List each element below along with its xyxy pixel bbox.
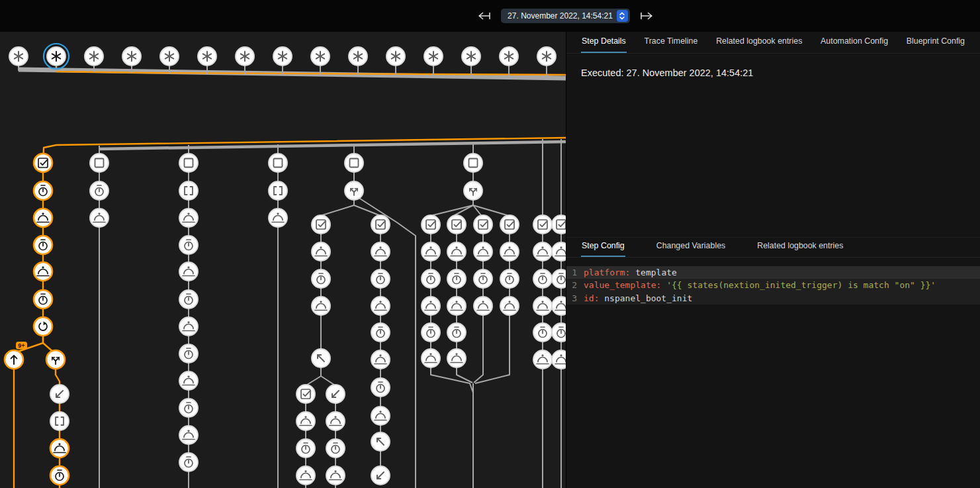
trace-graph[interactable]: 9+ — [0, 32, 566, 488]
trace-node-arrow-sw[interactable] — [50, 385, 69, 403]
trace-node-check[interactable] — [371, 215, 390, 234]
trace-node-asterisk[interactable] — [44, 44, 69, 69]
trace-node-asterisk[interactable] — [273, 47, 292, 66]
tab-related-logbook-entries[interactable]: Related logbook entries — [715, 36, 803, 53]
trace-node-bell[interactable] — [90, 209, 109, 227]
trace-node-timer[interactable] — [474, 269, 492, 288]
trace-node-check[interactable] — [422, 215, 440, 234]
trace-node-timer[interactable] — [90, 181, 109, 200]
trace-node-bell[interactable] — [533, 242, 552, 261]
trace-node-bell[interactable] — [296, 412, 315, 430]
trace-node-asterisk[interactable] — [424, 47, 443, 66]
trace-node-check[interactable] — [533, 215, 552, 234]
trace-node-timer[interactable] — [179, 344, 198, 363]
trace-node-arrow-sw[interactable] — [326, 385, 345, 403]
trace-node-timer[interactable] — [179, 399, 198, 417]
trace-node-timer[interactable] — [422, 323, 440, 342]
trace-node-bell[interactable] — [179, 371, 198, 390]
trace-node-asterisk[interactable] — [9, 47, 28, 66]
trace-node-bell[interactable] — [296, 466, 315, 485]
trace-node-bell[interactable] — [474, 297, 492, 315]
trace-node-asterisk[interactable] — [160, 47, 179, 66]
next-run-icon[interactable] — [639, 11, 655, 21]
trace-node-bell[interactable] — [326, 466, 345, 485]
trace-node-timer[interactable] — [34, 236, 52, 254]
trace-node-timer[interactable] — [326, 439, 345, 458]
trace-node-bell[interactable] — [422, 349, 440, 367]
trace-node-brackets[interactable] — [50, 412, 69, 430]
trace-node-timer[interactable] — [533, 269, 552, 288]
trace-node-timer[interactable] — [552, 323, 566, 342]
tab-step-config[interactable]: Step Config — [581, 241, 625, 257]
trace-node-split[interactable] — [345, 181, 363, 200]
trace-node-bell[interactable] — [312, 297, 330, 315]
trace-node-timer[interactable] — [447, 269, 466, 288]
trace-node-bell[interactable] — [179, 262, 198, 281]
trace-node-timer[interactable] — [179, 236, 198, 254]
trace-node-bell[interactable] — [447, 242, 466, 261]
trace-node-bell[interactable] — [312, 242, 330, 261]
trace-node-bell[interactable] — [422, 297, 440, 315]
trace-node-bell[interactable] — [326, 412, 345, 430]
trace-node-brackets[interactable] — [179, 181, 198, 200]
previous-run-icon[interactable] — [476, 11, 492, 21]
trace-node-check[interactable] — [296, 385, 315, 403]
trace-node-asterisk[interactable] — [537, 47, 556, 66]
trace-node-arrow-nw[interactable] — [371, 432, 390, 451]
trace-node-timer[interactable] — [447, 323, 466, 342]
trace-node-repeat[interactable] — [34, 317, 52, 336]
trace-node-timer[interactable] — [500, 269, 519, 288]
trace-node-bell[interactable] — [422, 242, 440, 261]
trace-node-bell[interactable] — [371, 350, 390, 369]
trace-node-bell[interactable] — [269, 209, 287, 227]
trace-node-bell[interactable] — [50, 439, 69, 458]
trace-node-check[interactable] — [447, 215, 466, 234]
trace-node-arrow-up[interactable]: 9+ — [5, 342, 27, 369]
trace-node-asterisk[interactable] — [462, 47, 480, 66]
trace-node-check[interactable] — [552, 215, 566, 234]
trace-node-timer[interactable] — [371, 269, 390, 288]
trace-node-bell[interactable] — [447, 349, 466, 367]
trace-node-square[interactable] — [90, 154, 109, 172]
trace-node-square[interactable] — [464, 154, 482, 172]
trace-node-timer[interactable] — [50, 466, 69, 485]
trace-node-timer[interactable] — [533, 323, 552, 342]
trace-node-asterisk[interactable] — [236, 47, 254, 66]
tab-changed-variables[interactable]: Changed Variables — [656, 241, 726, 257]
run-date-select[interactable]: 27. November 2022, 14:54:21 — [501, 9, 630, 23]
tab-blueprint-config[interactable]: Blueprint Config — [906, 36, 965, 53]
trace-node-bell[interactable] — [371, 297, 390, 315]
trace-node-check[interactable] — [500, 215, 519, 234]
trace-node-arrow-nw[interactable] — [312, 349, 330, 367]
trace-node-bell[interactable] — [533, 297, 552, 315]
trace-node-asterisk[interactable] — [122, 47, 141, 66]
trace-node-bell[interactable] — [500, 297, 519, 315]
trace-node-asterisk[interactable] — [386, 47, 405, 66]
trace-node-bell[interactable] — [371, 242, 390, 261]
trace-node-asterisk[interactable] — [311, 47, 330, 66]
trace-node-timer[interactable] — [34, 181, 52, 200]
trace-node-timer[interactable] — [312, 269, 330, 288]
tab-trace-timeline[interactable]: Trace Timeline — [644, 36, 699, 53]
trace-node-timer[interactable] — [422, 269, 440, 288]
trace-node-arrow-sw[interactable] — [371, 466, 390, 485]
trace-node-bell[interactable] — [552, 350, 566, 369]
trace-node-bell[interactable] — [533, 350, 552, 369]
trace-node-asterisk[interactable] — [85, 47, 103, 66]
trace-node-timer[interactable] — [552, 269, 566, 288]
trace-node-bell[interactable] — [474, 242, 492, 261]
trace-node-split[interactable] — [464, 181, 482, 200]
trace-node-timer[interactable] — [34, 290, 52, 309]
trace-node-bell[interactable] — [34, 262, 52, 281]
tab-step-details[interactable]: Step Details — [581, 36, 627, 53]
tab-automation-config[interactable]: Automation Config — [820, 36, 889, 53]
trace-node-bell[interactable] — [447, 297, 466, 315]
trace-node-check[interactable] — [312, 215, 330, 234]
tab-related-logbook-entries-2[interactable]: Related logbook entries — [756, 241, 844, 257]
trace-node-asterisk[interactable] — [198, 47, 216, 66]
trace-node-bell[interactable] — [179, 209, 198, 227]
trace-node-bell[interactable] — [371, 407, 390, 425]
trace-node-timer[interactable] — [371, 323, 390, 342]
trace-node-asterisk[interactable] — [349, 47, 367, 66]
trace-node-bell[interactable] — [179, 426, 198, 444]
